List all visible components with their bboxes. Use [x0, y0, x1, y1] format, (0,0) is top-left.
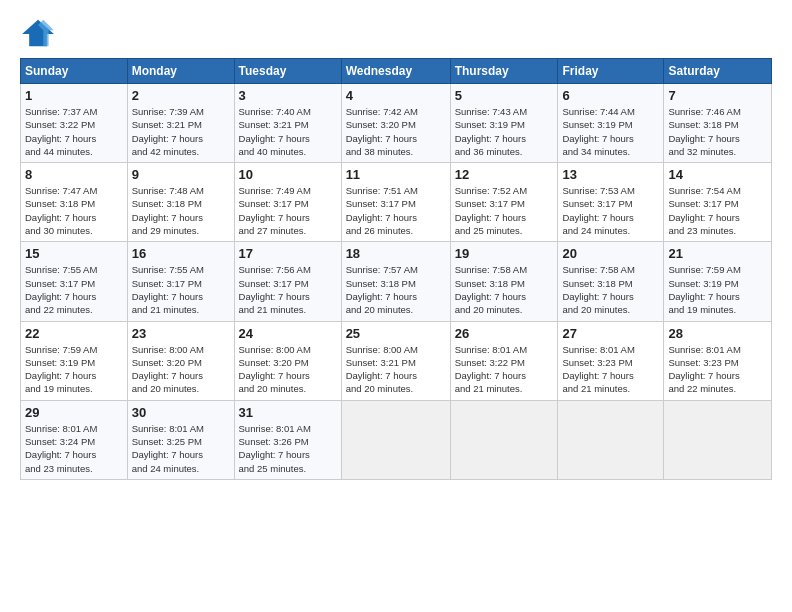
day-info: Sunrise: 7:58 AM Sunset: 3:18 PM Dayligh… — [562, 263, 659, 316]
day-number: 15 — [25, 246, 123, 261]
day-number: 2 — [132, 88, 230, 103]
day-number: 10 — [239, 167, 337, 182]
calendar-cell: 14Sunrise: 7:54 AM Sunset: 3:17 PM Dayli… — [664, 163, 772, 242]
day-info: Sunrise: 7:42 AM Sunset: 3:20 PM Dayligh… — [346, 105, 446, 158]
calendar-cell: 30Sunrise: 8:01 AM Sunset: 3:25 PM Dayli… — [127, 400, 234, 479]
day-number: 9 — [132, 167, 230, 182]
calendar-cell: 26Sunrise: 8:01 AM Sunset: 3:22 PM Dayli… — [450, 321, 558, 400]
day-number: 21 — [668, 246, 767, 261]
calendar-cell: 7Sunrise: 7:46 AM Sunset: 3:18 PM Daylig… — [664, 84, 772, 163]
calendar-cell: 16Sunrise: 7:55 AM Sunset: 3:17 PM Dayli… — [127, 242, 234, 321]
day-number: 8 — [25, 167, 123, 182]
calendar-cell: 12Sunrise: 7:52 AM Sunset: 3:17 PM Dayli… — [450, 163, 558, 242]
day-number: 20 — [562, 246, 659, 261]
day-info: Sunrise: 8:01 AM Sunset: 3:24 PM Dayligh… — [25, 422, 123, 475]
day-number: 12 — [455, 167, 554, 182]
day-number: 22 — [25, 326, 123, 341]
day-number: 14 — [668, 167, 767, 182]
weekday-header: Saturday — [664, 59, 772, 84]
weekday-header: Wednesday — [341, 59, 450, 84]
day-info: Sunrise: 7:53 AM Sunset: 3:17 PM Dayligh… — [562, 184, 659, 237]
day-info: Sunrise: 7:39 AM Sunset: 3:21 PM Dayligh… — [132, 105, 230, 158]
calendar-cell: 29Sunrise: 8:01 AM Sunset: 3:24 PM Dayli… — [21, 400, 128, 479]
calendar-cell: 11Sunrise: 7:51 AM Sunset: 3:17 PM Dayli… — [341, 163, 450, 242]
day-number: 23 — [132, 326, 230, 341]
page: SundayMondayTuesdayWednesdayThursdayFrid… — [0, 0, 792, 490]
day-info: Sunrise: 7:52 AM Sunset: 3:17 PM Dayligh… — [455, 184, 554, 237]
calendar-cell: 22Sunrise: 7:59 AM Sunset: 3:19 PM Dayli… — [21, 321, 128, 400]
weekday-header: Tuesday — [234, 59, 341, 84]
day-number: 11 — [346, 167, 446, 182]
calendar-cell: 17Sunrise: 7:56 AM Sunset: 3:17 PM Dayli… — [234, 242, 341, 321]
calendar-cell: 6Sunrise: 7:44 AM Sunset: 3:19 PM Daylig… — [558, 84, 664, 163]
day-info: Sunrise: 7:59 AM Sunset: 3:19 PM Dayligh… — [668, 263, 767, 316]
day-number: 16 — [132, 246, 230, 261]
day-info: Sunrise: 7:59 AM Sunset: 3:19 PM Dayligh… — [25, 343, 123, 396]
day-info: Sunrise: 7:55 AM Sunset: 3:17 PM Dayligh… — [132, 263, 230, 316]
calendar-cell: 24Sunrise: 8:00 AM Sunset: 3:20 PM Dayli… — [234, 321, 341, 400]
day-info: Sunrise: 7:58 AM Sunset: 3:18 PM Dayligh… — [455, 263, 554, 316]
calendar-week-row: 15Sunrise: 7:55 AM Sunset: 3:17 PM Dayli… — [21, 242, 772, 321]
calendar-cell — [558, 400, 664, 479]
day-info: Sunrise: 8:01 AM Sunset: 3:26 PM Dayligh… — [239, 422, 337, 475]
calendar-cell: 31Sunrise: 8:01 AM Sunset: 3:26 PM Dayli… — [234, 400, 341, 479]
day-number: 7 — [668, 88, 767, 103]
day-info: Sunrise: 7:54 AM Sunset: 3:17 PM Dayligh… — [668, 184, 767, 237]
day-number: 6 — [562, 88, 659, 103]
day-number: 17 — [239, 246, 337, 261]
calendar-week-row: 8Sunrise: 7:47 AM Sunset: 3:18 PM Daylig… — [21, 163, 772, 242]
svg-marker-0 — [22, 20, 54, 46]
day-info: Sunrise: 7:55 AM Sunset: 3:17 PM Dayligh… — [25, 263, 123, 316]
calendar-cell: 13Sunrise: 7:53 AM Sunset: 3:17 PM Dayli… — [558, 163, 664, 242]
day-number: 26 — [455, 326, 554, 341]
day-number: 30 — [132, 405, 230, 420]
calendar-cell: 23Sunrise: 8:00 AM Sunset: 3:20 PM Dayli… — [127, 321, 234, 400]
calendar-cell: 9Sunrise: 7:48 AM Sunset: 3:18 PM Daylig… — [127, 163, 234, 242]
calendar-cell — [450, 400, 558, 479]
calendar-cell: 10Sunrise: 7:49 AM Sunset: 3:17 PM Dayli… — [234, 163, 341, 242]
day-number: 3 — [239, 88, 337, 103]
day-info: Sunrise: 7:44 AM Sunset: 3:19 PM Dayligh… — [562, 105, 659, 158]
calendar-cell: 21Sunrise: 7:59 AM Sunset: 3:19 PM Dayli… — [664, 242, 772, 321]
header — [20, 18, 772, 48]
day-number: 31 — [239, 405, 337, 420]
calendar-week-row: 22Sunrise: 7:59 AM Sunset: 3:19 PM Dayli… — [21, 321, 772, 400]
day-number: 24 — [239, 326, 337, 341]
day-number: 1 — [25, 88, 123, 103]
day-info: Sunrise: 7:43 AM Sunset: 3:19 PM Dayligh… — [455, 105, 554, 158]
weekday-row: SundayMondayTuesdayWednesdayThursdayFrid… — [21, 59, 772, 84]
day-info: Sunrise: 7:47 AM Sunset: 3:18 PM Dayligh… — [25, 184, 123, 237]
calendar-cell — [664, 400, 772, 479]
calendar-cell: 18Sunrise: 7:57 AM Sunset: 3:18 PM Dayli… — [341, 242, 450, 321]
day-info: Sunrise: 8:01 AM Sunset: 3:23 PM Dayligh… — [668, 343, 767, 396]
day-info: Sunrise: 7:37 AM Sunset: 3:22 PM Dayligh… — [25, 105, 123, 158]
day-info: Sunrise: 8:00 AM Sunset: 3:20 PM Dayligh… — [132, 343, 230, 396]
logo — [20, 18, 60, 48]
day-info: Sunrise: 8:00 AM Sunset: 3:20 PM Dayligh… — [239, 343, 337, 396]
day-number: 29 — [25, 405, 123, 420]
calendar-cell: 2Sunrise: 7:39 AM Sunset: 3:21 PM Daylig… — [127, 84, 234, 163]
calendar-cell: 8Sunrise: 7:47 AM Sunset: 3:18 PM Daylig… — [21, 163, 128, 242]
day-info: Sunrise: 8:01 AM Sunset: 3:23 PM Dayligh… — [562, 343, 659, 396]
day-info: Sunrise: 7:46 AM Sunset: 3:18 PM Dayligh… — [668, 105, 767, 158]
day-number: 28 — [668, 326, 767, 341]
calendar-header: SundayMondayTuesdayWednesdayThursdayFrid… — [21, 59, 772, 84]
calendar-week-row: 29Sunrise: 8:01 AM Sunset: 3:24 PM Dayli… — [21, 400, 772, 479]
calendar-cell: 25Sunrise: 8:00 AM Sunset: 3:21 PM Dayli… — [341, 321, 450, 400]
day-number: 5 — [455, 88, 554, 103]
day-number: 4 — [346, 88, 446, 103]
weekday-header: Sunday — [21, 59, 128, 84]
day-info: Sunrise: 7:40 AM Sunset: 3:21 PM Dayligh… — [239, 105, 337, 158]
day-number: 18 — [346, 246, 446, 261]
calendar-cell: 28Sunrise: 8:01 AM Sunset: 3:23 PM Dayli… — [664, 321, 772, 400]
day-info: Sunrise: 7:57 AM Sunset: 3:18 PM Dayligh… — [346, 263, 446, 316]
calendar-cell: 3Sunrise: 7:40 AM Sunset: 3:21 PM Daylig… — [234, 84, 341, 163]
calendar-cell: 5Sunrise: 7:43 AM Sunset: 3:19 PM Daylig… — [450, 84, 558, 163]
day-number: 27 — [562, 326, 659, 341]
calendar-body: 1Sunrise: 7:37 AM Sunset: 3:22 PM Daylig… — [21, 84, 772, 480]
logo-icon — [20, 18, 56, 48]
weekday-header: Thursday — [450, 59, 558, 84]
day-number: 13 — [562, 167, 659, 182]
day-info: Sunrise: 8:00 AM Sunset: 3:21 PM Dayligh… — [346, 343, 446, 396]
calendar-cell: 27Sunrise: 8:01 AM Sunset: 3:23 PM Dayli… — [558, 321, 664, 400]
